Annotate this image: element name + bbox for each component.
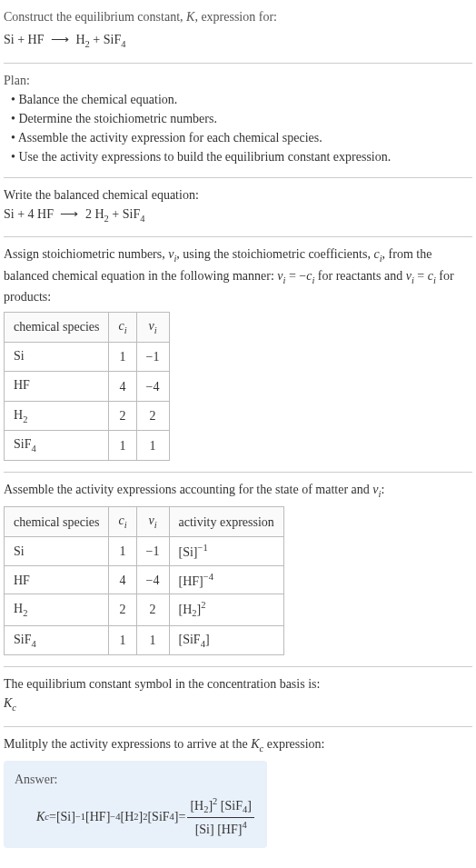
eq-rhs-plus: + SiF [90, 33, 121, 46]
stoich-section: Assign stoichiometric numbers, νi, using… [4, 244, 472, 461]
balanced-section: Write the balanced chemical equation: Si… [4, 185, 472, 226]
td-species: HF [5, 372, 109, 402]
td-species: SiF4 [5, 431, 109, 461]
kc-var: K [36, 807, 45, 826]
td-species: Si [5, 342, 109, 372]
answer-label: Answer: [15, 770, 256, 789]
th-nu: νi [136, 507, 169, 537]
activity-table: chemical species ci νi activity expressi… [4, 506, 284, 655]
td-expr: [SiF4] [169, 625, 283, 655]
divider [4, 63, 472, 64]
table-row: Si1−1 [5, 342, 170, 372]
text: expression: [263, 737, 324, 751]
td-c: 4 [109, 372, 136, 402]
td-c: 1 [109, 342, 136, 372]
table-row: SiF411[SiF4] [5, 625, 284, 655]
divider [4, 236, 472, 237]
td-species: Si [5, 537, 109, 566]
sub-i: i [154, 520, 157, 530]
td-nu: 2 [136, 401, 169, 431]
term: [SiF [147, 807, 169, 826]
term: ] [247, 799, 252, 813]
expr-sup: −4 [203, 572, 213, 582]
sub-i: i [124, 520, 127, 530]
term-sup: −1 [75, 810, 85, 824]
term: [HF] [85, 807, 110, 826]
name: Si [14, 544, 25, 558]
fraction: [H2]2 [SiF4] [Si] [HF]4 [187, 794, 254, 839]
expr-sup: −1 [198, 543, 208, 553]
expr-base: ] [205, 633, 210, 646]
kc-sub: c [12, 703, 16, 713]
table-header-row: chemical species ci νi activity expressi… [5, 507, 284, 537]
text: : [381, 483, 384, 496]
unbalanced-equation: Si + HF ⟶ H2 + SiF4 [4, 30, 472, 52]
plan-section: Plan: • Balance the chemical equation. •… [4, 71, 472, 166]
td-nu: −1 [136, 537, 169, 566]
beq-rhs-sif4-sub: 4 [140, 213, 144, 223]
balanced-equation: Si + 4 HF ⟶ 2 H2 + SiF4 [4, 205, 472, 226]
plan-label: Plan: [4, 71, 472, 90]
expr-sup: 2 [201, 600, 205, 610]
answer-box: Answer: Kc = [Si]−1 [HF]−4 [H2]2 [SiF4] … [4, 761, 267, 848]
name: SiF [14, 437, 31, 451]
td-species: H2 [5, 401, 109, 431]
name: HF [14, 378, 30, 392]
term-sup: −4 [110, 810, 120, 824]
kc-var: K [251, 737, 259, 751]
th-c: ci [109, 507, 136, 537]
divider [4, 666, 472, 667]
plan-item: • Determine the stoichiometric numbers. [4, 109, 472, 128]
td-species: HF [5, 565, 109, 594]
beq-rhs-pre: 2 H [85, 207, 104, 221]
eq-rhs-sif4-sub: 4 [121, 39, 125, 49]
text: for reactants and [314, 269, 405, 283]
sub-i: i [154, 325, 157, 335]
plan-item: • Balance the chemical equation. [4, 90, 472, 109]
td-c: 2 [109, 594, 136, 625]
text: , using the stoichiometric coefficients, [176, 247, 373, 261]
text: = [414, 269, 428, 283]
td-c: 1 [109, 625, 136, 655]
text: Assign stoichiometric numbers, [4, 247, 168, 261]
table-row: HF4−4[HF]−4 [5, 565, 284, 594]
plan-item: • Use the activity expressions to build … [4, 147, 472, 166]
title-post: , expression for: [194, 10, 277, 24]
name: H [14, 408, 23, 422]
name-sub: 4 [31, 444, 35, 454]
th-species: chemical species [5, 507, 109, 537]
kc-var: K [4, 696, 12, 710]
title: Construct the equilibrium constant, K, e… [4, 7, 472, 26]
table-row: H222 [5, 401, 170, 431]
plan-item: • Assemble the activity expression for e… [4, 128, 472, 147]
td-nu: −1 [136, 342, 169, 372]
activity-section: Assemble the activity expressions accoun… [4, 480, 472, 655]
symbol-section: The equilibrium constant symbol in the c… [4, 674, 472, 715]
td-c: 4 [109, 565, 136, 594]
denominator: [Si] [HF]4 [187, 818, 254, 839]
term-sup: 4 [242, 820, 246, 830]
symbol-label: The equilibrium constant symbol in the c… [4, 674, 472, 693]
td-c: 1 [109, 431, 136, 461]
term: [Si] [HF] [195, 823, 243, 836]
term: [Si] [56, 807, 75, 826]
name: HF [14, 574, 30, 587]
header-section: Construct the equilibrium constant, K, e… [4, 7, 472, 52]
term: [H [190, 799, 203, 813]
td-nu: 1 [136, 625, 169, 655]
beq-rhs-plus: + SiF [109, 207, 140, 221]
name: Si [14, 349, 25, 363]
divider [4, 177, 472, 178]
arrow-icon: ⟶ [56, 205, 82, 224]
term: [H [121, 807, 134, 826]
table-header-row: chemical species ci νi [5, 313, 170, 343]
expr-base: [H [179, 603, 193, 616]
expr-base: [HF] [179, 574, 203, 587]
divider [4, 472, 472, 473]
name-sub: 2 [23, 608, 27, 618]
text: = − [285, 269, 306, 283]
title-pre: Construct the equilibrium constant, [4, 10, 186, 24]
td-nu: 1 [136, 431, 169, 461]
name-sub: 2 [23, 414, 27, 424]
kc-symbol: Kc [4, 693, 472, 715]
